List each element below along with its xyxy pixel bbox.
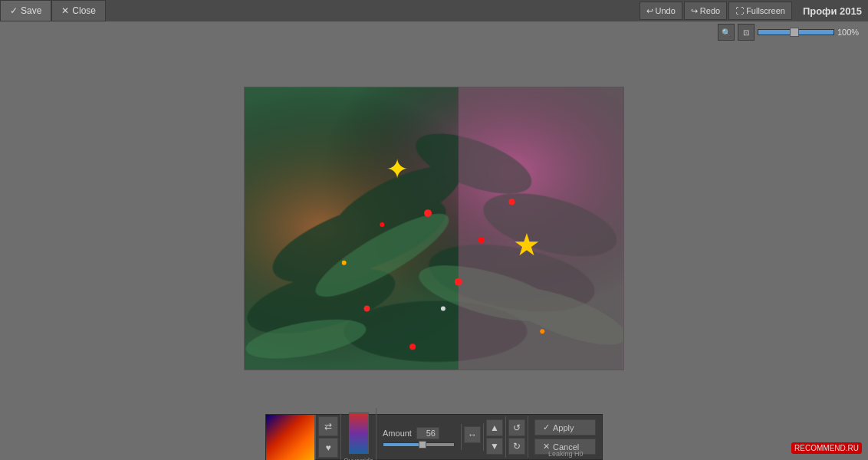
svg-point-18 bbox=[455, 278, 462, 286]
amount-label: Amount bbox=[383, 429, 412, 438]
fullscreen-icon: ⛶ bbox=[735, 6, 744, 15]
zoom-slider-container: 100% bbox=[758, 28, 862, 37]
bottom-panel: Leaking H0 ⇄ ♥ Oyyerride Amount 56 ↔ ▲ bbox=[265, 414, 603, 460]
thumbnail-section: Leaking H0 bbox=[266, 415, 316, 459]
zoom-fit-icon: ⊡ bbox=[743, 28, 749, 37]
rotate-cw-icon: ↻ bbox=[513, 441, 521, 452]
flip-buttons: ↺ ↻ bbox=[506, 416, 528, 458]
svg-point-24 bbox=[342, 261, 347, 265]
apply-check-icon: ✓ bbox=[543, 422, 550, 432]
recommend-logo: RECOMMEND.RU bbox=[791, 442, 862, 454]
svg-point-20 bbox=[363, 305, 370, 311]
second-toolbar: 🔍 ⊡ 100% bbox=[712, 21, 868, 43]
rotate-ccw-button[interactable]: ↺ bbox=[508, 419, 525, 436]
direction-buttons: ↔ bbox=[462, 423, 484, 451]
toolbar-left: ✓ Save ✕ Close bbox=[0, 0, 106, 21]
zoom-out-icon: 🔍 bbox=[722, 28, 731, 37]
amount-top: Amount 56 bbox=[383, 427, 455, 439]
amount-section: Amount 56 bbox=[376, 424, 462, 450]
down-button[interactable]: ▼ bbox=[486, 438, 503, 455]
spacer bbox=[464, 445, 481, 448]
heart-button[interactable]: ♥ bbox=[318, 438, 338, 458]
zoom-out-button[interactable]: 🔍 bbox=[718, 24, 735, 41]
redo-button[interactable]: ↪ Redo bbox=[684, 2, 727, 20]
redo-label: Redo bbox=[700, 6, 720, 15]
canvas-area: ✦ ★ bbox=[0, 43, 868, 414]
svg-text:✦: ✦ bbox=[386, 154, 409, 185]
up-icon: ▲ bbox=[490, 422, 499, 433]
gradient-section: Oyyerride bbox=[341, 408, 376, 461]
x-icon: ✕ bbox=[61, 5, 69, 16]
close-label: Close bbox=[72, 5, 96, 16]
zoom-fit-button[interactable]: ⊡ bbox=[738, 24, 755, 41]
amount-value: 56 bbox=[416, 427, 439, 439]
rotate-ccw-icon: ↺ bbox=[513, 422, 521, 433]
christmas-tree-image: ✦ ★ bbox=[245, 87, 623, 370]
fullscreen-button[interactable]: ⛶ Fullscreen bbox=[728, 2, 792, 20]
zoom-value: 100% bbox=[837, 28, 862, 37]
svg-point-17 bbox=[424, 209, 432, 217]
svg-point-21 bbox=[409, 343, 416, 350]
direction-left-button[interactable]: ↔ bbox=[464, 426, 481, 443]
gradient-bar bbox=[349, 412, 369, 454]
svg-point-26 bbox=[441, 306, 446, 310]
svg-point-19 bbox=[478, 237, 485, 243]
effect-thumbnail bbox=[266, 415, 315, 460]
undo-redo-group: ↩ Undo ↪ Redo ⛶ Fullscreen bbox=[639, 2, 792, 20]
apply-button[interactable]: ✓ Apply bbox=[534, 419, 596, 435]
save-button[interactable]: ✓ Save bbox=[0, 0, 51, 21]
brand-text: Профи 2015 bbox=[803, 5, 862, 17]
amount-slider[interactable] bbox=[383, 442, 455, 447]
undo-icon: ↩ bbox=[646, 6, 653, 16]
shuffle-icon: ⇄ bbox=[324, 421, 332, 432]
save-label: Save bbox=[21, 5, 41, 16]
panel-icons-col1: ⇄ ♥ bbox=[316, 413, 341, 460]
down-icon: ▼ bbox=[490, 441, 499, 452]
rotate-buttons: ▲ ▼ bbox=[484, 416, 506, 458]
rotate-cw-button[interactable]: ↻ bbox=[508, 438, 525, 455]
image-canvas: ✦ ★ bbox=[244, 87, 624, 370]
toolbar-right: ↩ Undo ↪ Redo ⛶ Fullscreen Профи 2015 bbox=[639, 2, 868, 20]
tree-svg: ✦ ★ bbox=[245, 87, 623, 370]
check-icon: ✓ bbox=[10, 5, 18, 16]
svg-point-23 bbox=[380, 222, 384, 227]
shuffle-button[interactable]: ⇄ bbox=[318, 416, 338, 436]
redo-icon: ↪ bbox=[691, 6, 698, 16]
close-button[interactable]: ✕ Close bbox=[51, 0, 106, 21]
top-toolbar: ✓ Save ✕ Close ↩ Undo ↪ Redo ⛶ Fullscree… bbox=[0, 0, 868, 21]
apply-label: Apply bbox=[553, 423, 574, 432]
fullscreen-label: Fullscreen bbox=[746, 6, 785, 15]
left-right-arrow-icon: ↔ bbox=[468, 429, 477, 440]
thumbnail-label: Leaking H0 bbox=[548, 450, 584, 458]
heart-icon: ♥ bbox=[325, 442, 330, 453]
zoom-slider[interactable] bbox=[758, 29, 834, 35]
up-button[interactable]: ▲ bbox=[486, 419, 503, 436]
svg-point-22 bbox=[508, 199, 515, 205]
svg-text:★: ★ bbox=[513, 228, 541, 261]
undo-label: Undo bbox=[656, 6, 676, 15]
gradient-label: Oyyerride bbox=[344, 457, 373, 461]
undo-button[interactable]: ↩ Undo bbox=[639, 2, 682, 20]
svg-point-25 bbox=[540, 329, 544, 334]
